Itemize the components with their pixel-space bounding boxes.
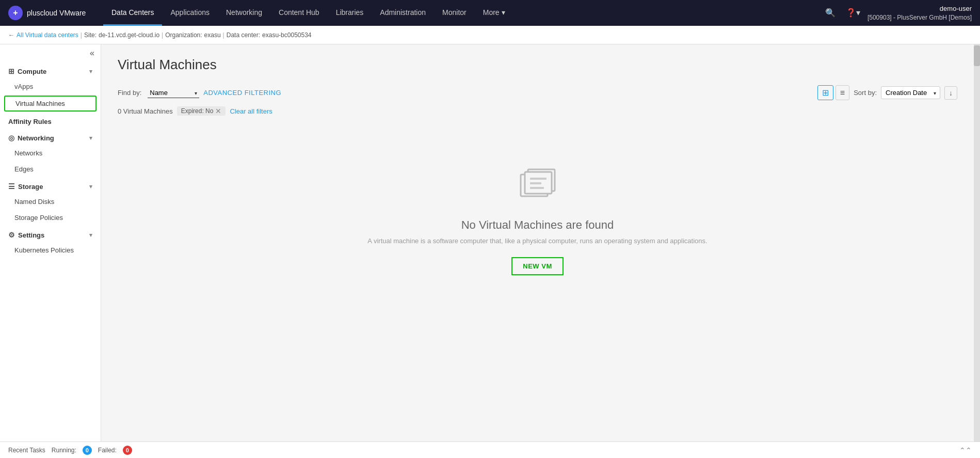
user-org: [500903] - PlusServer GmbH [Demos] <box>867 13 972 22</box>
networking-icon: ◎ <box>8 134 14 142</box>
storage-chevron-icon: ▾ <box>89 183 92 190</box>
filter-chip-label: Expired: No <box>181 107 214 115</box>
sidebar-section-networking[interactable]: ◎ Networking ▾ <box>0 129 101 145</box>
sidebar-section-storage-label: Storage <box>18 183 43 191</box>
username: demo-user <box>867 4 972 13</box>
affinity-rules-label: Affinity Rules <box>8 118 52 125</box>
filter-chip-expired: Expired: No ✕ <box>177 106 226 116</box>
view-toggle: ⊞ ≡ <box>817 85 849 100</box>
user-info[interactable]: demo-user [500903] - PlusServer GmbH [De… <box>867 4 972 22</box>
sidebar-section-compute[interactable]: ⊞ Compute ▾ <box>0 62 101 78</box>
app-name: pluscloud VMware <box>27 9 86 17</box>
virtual-machines-label: Virtual Machines <box>15 100 65 107</box>
bottom-bar: Recent Tasks Running: 0 Failed: 0 ⌃⌃ <box>0 441 980 458</box>
svg-rect-4 <box>530 182 541 184</box>
sidebar-item-vapps[interactable]: vApps <box>0 78 101 94</box>
vm-count: 0 Virtual Machines <box>118 107 173 115</box>
main-layout: « ⊞ Compute ▾ vApps Virtual Machines Aff… <box>0 44 980 441</box>
sort-by-label: Sort by: <box>854 89 877 97</box>
bottom-bar-expand-icon[interactable]: ⌃⌃ <box>959 446 972 454</box>
breadcrumb-site: de-11.vcd.get-cloud.io <box>99 31 159 39</box>
toolbar-left: Find by: Name ID Status ADVANCED FILTERI… <box>118 88 281 98</box>
failed-label: Failed: <box>98 447 117 454</box>
running-count-badge: 0 <box>83 446 92 455</box>
help-icon[interactable]: ❓▾ <box>843 5 863 21</box>
nav-data-centers[interactable]: Data Centers <box>103 0 162 26</box>
sidebar-item-kubernetes-policies[interactable]: Kubernetes Policies <box>0 242 101 258</box>
empty-state: No Virtual Machines are found A virtual … <box>118 124 957 317</box>
find-by-select[interactable]: Name ID Status <box>148 88 199 98</box>
logo-icon: + <box>8 6 23 20</box>
topnav-right: 🔍 ❓▾ demo-user [500903] - PlusServer Gmb… <box>814 4 980 22</box>
settings-icon: ⚙ <box>8 231 15 239</box>
advanced-filtering-button[interactable]: ADVANCED FILTERING <box>203 89 281 97</box>
app-logo[interactable]: + pluscloud VMware <box>0 6 103 20</box>
find-by-wrapper: Name ID Status <box>148 88 199 98</box>
sidebar-item-networks[interactable]: Networks <box>0 145 101 161</box>
bottom-bar-right: ⌃⌃ <box>959 446 972 454</box>
scrollbar[interactable] <box>974 44 980 441</box>
nav-networking[interactable]: Networking <box>218 0 270 26</box>
nav-administration[interactable]: Administration <box>372 0 434 26</box>
svg-rect-5 <box>530 187 544 189</box>
named-disks-label: Named Disks <box>14 198 54 206</box>
breadcrumb-org-label: Organization: <box>165 31 202 39</box>
svg-rect-3 <box>530 178 547 180</box>
breadcrumb-org: exasu <box>204 31 221 39</box>
edges-label: Edges <box>14 165 34 173</box>
storage-policies-label: Storage Policies <box>14 214 63 222</box>
sidebar-section-settings[interactable]: ⚙ Settings ▾ <box>0 226 101 242</box>
search-icon[interactable]: 🔍 <box>822 5 839 21</box>
sort-by-select[interactable]: Creation Date Name Status <box>881 86 940 99</box>
top-navigation: + pluscloud VMware Data Centers Applicat… <box>0 0 980 26</box>
clear-all-filters-button[interactable]: Clear all filters <box>230 107 272 115</box>
sort-direction-button[interactable]: ↓ <box>944 86 957 100</box>
sidebar-item-affinity-rules[interactable]: Affinity Rules <box>0 113 101 129</box>
new-vm-button[interactable]: NEW VM <box>511 257 563 275</box>
filter-bar: 0 Virtual Machines Expired: No ✕ Clear a… <box>118 106 957 116</box>
nav-items: Data Centers Applications Networking Con… <box>103 0 814 26</box>
sidebar-section-networking-label: Networking <box>18 134 54 142</box>
nav-more[interactable]: More ▾ <box>475 0 513 26</box>
kubernetes-policies-label: Kubernetes Policies <box>14 246 74 254</box>
sidebar-section-compute-label: Compute <box>18 68 46 75</box>
recent-tasks-label: Recent Tasks <box>8 447 45 454</box>
breadcrumb-site-label: Site: <box>84 31 97 39</box>
settings-chevron-icon: ▾ <box>89 232 92 239</box>
compute-chevron-icon: ▾ <box>89 68 92 75</box>
networking-chevron-icon: ▾ <box>89 135 92 141</box>
nav-libraries[interactable]: Libraries <box>328 0 372 26</box>
nav-content-hub[interactable]: Content Hub <box>270 0 328 26</box>
back-arrow-icon: ← <box>8 31 14 39</box>
running-label: Running: <box>52 447 76 454</box>
breadcrumb-dc: exasu-bc0050534 <box>262 31 311 39</box>
grid-view-button[interactable]: ⊞ <box>817 85 833 100</box>
grid-icon: ⊞ <box>822 88 829 97</box>
page-title: Virtual Machines <box>118 57 957 73</box>
sidebar-collapse-button[interactable]: « <box>0 44 101 62</box>
filter-chip-close-icon[interactable]: ✕ <box>215 107 221 115</box>
toolbar-right: ⊞ ≡ Sort by: Creation Date Name Status ↓ <box>817 85 957 100</box>
compute-icon: ⊞ <box>8 67 14 75</box>
nav-applications[interactable]: Applications <box>162 0 218 26</box>
vapps-label: vApps <box>14 83 33 90</box>
sidebar-item-virtual-machines[interactable]: Virtual Machines <box>4 96 97 112</box>
list-view-button[interactable]: ≡ <box>836 85 849 100</box>
sidebar-item-named-disks[interactable]: Named Disks <box>0 194 101 210</box>
sidebar-section-settings-label: Settings <box>18 231 44 239</box>
sidebar-item-edges[interactable]: Edges <box>0 161 101 177</box>
main-content: Virtual Machines Find by: Name ID Status… <box>101 44 974 441</box>
sort-wrapper: Creation Date Name Status <box>881 86 940 99</box>
list-icon: ≡ <box>840 88 845 97</box>
storage-icon: ☰ <box>8 182 15 191</box>
sidebar-section-storage[interactable]: ☰ Storage ▾ <box>0 177 101 194</box>
failed-count-badge: 0 <box>123 446 132 455</box>
networks-label: Networks <box>14 149 42 157</box>
sidebar-item-storage-policies[interactable]: Storage Policies <box>0 210 101 226</box>
nav-monitor[interactable]: Monitor <box>434 0 475 26</box>
sidebar: « ⊞ Compute ▾ vApps Virtual Machines Aff… <box>0 44 101 441</box>
all-vdcs-link[interactable]: All Virtual data centers <box>17 31 78 39</box>
breadcrumb-dc-label: Data center: <box>227 31 260 39</box>
breadcrumb: ← All Virtual data centers | Site: de-11… <box>0 26 980 44</box>
empty-state-icon <box>515 165 561 208</box>
